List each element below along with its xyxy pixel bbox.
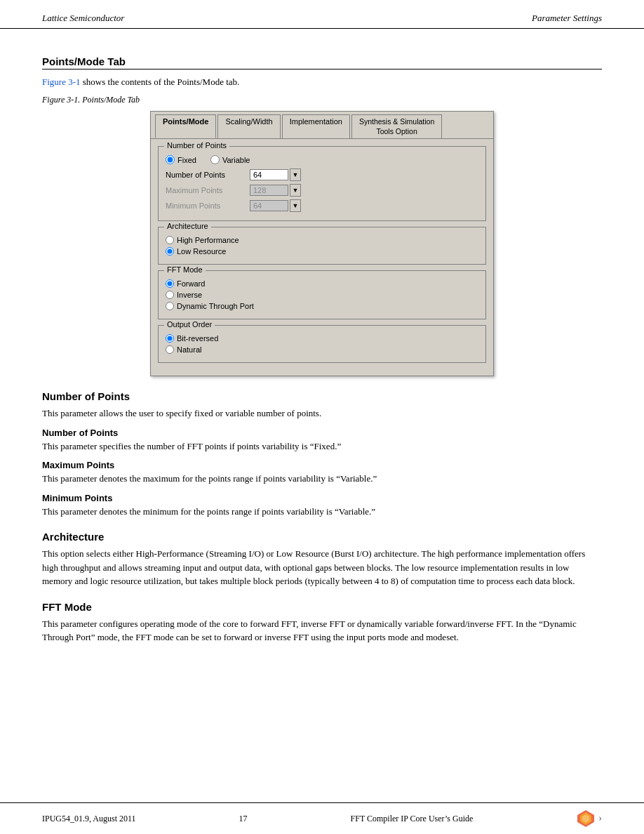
low-resource-label: Low Resource xyxy=(177,247,226,256)
dynamic-radio[interactable] xyxy=(166,302,174,310)
fixed-radio-item[interactable]: Fixed xyxy=(166,155,196,164)
sub-text-min-points: This parameter denotes the minimum for t… xyxy=(42,505,602,519)
inverse-row[interactable]: Inverse xyxy=(166,291,478,299)
forward-radio[interactable] xyxy=(166,279,174,288)
bit-reversed-radio[interactable] xyxy=(166,334,174,343)
natural-row[interactable]: Natural xyxy=(166,345,478,354)
bit-reversed-label: Bit-reversed xyxy=(177,334,218,343)
max-points-value: 128 xyxy=(250,185,288,196)
num-points-value[interactable]: 64 xyxy=(250,169,288,180)
group-number-of-points: Number of Points Fixed Variable xyxy=(158,146,486,221)
min-points-field-label: Minimum Points xyxy=(166,201,250,210)
group-fft-mode: FFT Mode Forward Inverse Dynamic Thro xyxy=(158,270,486,319)
header-right: Parameter Settings xyxy=(532,13,602,24)
group-output-order: Output Order Bit-reversed Natural xyxy=(158,325,486,363)
dynamic-label: Dynamic Through Port xyxy=(177,302,254,310)
group-legend-architecture: Architecture xyxy=(164,222,211,230)
tab-implementation[interactable]: Implementation xyxy=(282,114,350,138)
section-heading-architecture: Architecture xyxy=(42,531,602,543)
group-architecture: Architecture High Performance Low Resour… xyxy=(158,227,486,265)
footer-center: 17 xyxy=(239,814,248,824)
figure-caption: Figure 3-1. Points/Mode Tab xyxy=(42,95,602,105)
page-header: Lattice Semiconductor Parameter Settings xyxy=(0,0,644,29)
dialog-box: Points/Mode Scaling/Width Implementation… xyxy=(150,111,494,376)
header-left: Lattice Semiconductor xyxy=(42,13,124,24)
sub-heading-max-points: Maximum Points xyxy=(42,460,602,470)
min-points-arrow: ▼ xyxy=(290,199,301,212)
sub-text-max-points: This parameter denotes the maximum for t… xyxy=(42,472,602,486)
group-content-number-of-points: Fixed Variable Number of Points 64 xyxy=(166,155,478,212)
group-legend-output-order: Output Order xyxy=(164,320,215,329)
natural-radio[interactable] xyxy=(166,345,174,354)
group-legend-number-of-points: Number of Points xyxy=(164,141,229,150)
sub-heading-min-points: Minimum Points xyxy=(42,493,602,503)
group-content-fft-mode: Forward Inverse Dynamic Through Port xyxy=(166,279,478,310)
tab-scaling-width[interactable]: Scaling/Width xyxy=(217,114,280,138)
variable-radio-item[interactable]: Variable xyxy=(210,155,250,164)
fixed-label: Fixed xyxy=(177,156,196,164)
forward-row[interactable]: Forward xyxy=(166,279,478,288)
dialog-container: Points/Mode Scaling/Width Implementation… xyxy=(42,111,602,376)
bit-reversed-row[interactable]: Bit-reversed xyxy=(166,334,478,343)
low-resource-row[interactable]: Low Resource xyxy=(166,247,478,256)
figure-ref: Figure 3-1 shows the contents of the Poi… xyxy=(42,77,602,88)
max-points-field-row: Maximum Points 128 ▼ xyxy=(166,184,478,197)
fft-mode-text: This parameter configures operating mode… xyxy=(42,617,602,644)
architecture-text: This option selects either High-Performa… xyxy=(42,547,602,588)
section-heading-fft-mode: FFT Mode xyxy=(42,601,602,613)
section-heading-num-points: Number of Points xyxy=(42,390,602,402)
fixed-radio[interactable] xyxy=(166,155,175,164)
high-perf-row[interactable]: High Performance xyxy=(166,236,478,244)
tab-content: Number of Points Fixed Variable xyxy=(151,138,493,376)
footer-right: FFT Compiler IP Core User’s Guide xyxy=(351,814,474,824)
max-points-select: 128 ▼ xyxy=(250,184,301,197)
footer-logo-area: › xyxy=(576,809,602,828)
min-points-value: 64 xyxy=(250,200,288,211)
low-resource-radio[interactable] xyxy=(166,247,174,256)
footer-left: IPUG54_01.9, August 2011 xyxy=(42,814,136,824)
main-content: Points/Mode Tab Figure 3-1 shows the con… xyxy=(0,29,644,664)
high-perf-label: High Performance xyxy=(177,236,239,244)
num-points-field-label: Number of Points xyxy=(166,171,250,179)
natural-label: Natural xyxy=(177,345,201,354)
min-points-field-row: Minimum Points 64 ▼ xyxy=(166,199,478,212)
section-heading-points-mode: Points/Mode Tab xyxy=(42,55,602,70)
page-footer: IPUG54_01.9, August 2011 17 FFT Compiler… xyxy=(0,802,644,834)
max-points-arrow: ▼ xyxy=(290,184,301,197)
sub-heading-num-points: Number of Points xyxy=(42,428,602,438)
num-points-intro: This parameter allows the user to specif… xyxy=(42,406,602,421)
high-perf-radio[interactable] xyxy=(166,236,174,244)
num-points-field-row: Number of Points 64 ▼ xyxy=(166,168,478,181)
group-legend-fft-mode: FFT Mode xyxy=(164,265,206,274)
figure-ref-text: shows the contents of the Points/Mode ta… xyxy=(83,77,240,87)
figure-3-1-link[interactable]: Figure 3-1 xyxy=(42,77,81,87)
footer-nav-arrow[interactable]: › xyxy=(598,813,602,824)
inverse-radio[interactable] xyxy=(166,291,174,299)
inverse-label: Inverse xyxy=(177,291,202,299)
tabs-row: Points/Mode Scaling/Width Implementation… xyxy=(151,112,493,138)
dynamic-row[interactable]: Dynamic Through Port xyxy=(166,302,478,310)
min-points-select: 64 ▼ xyxy=(250,199,301,212)
lattice-logo-icon xyxy=(576,809,596,828)
tab-points-mode[interactable]: Points/Mode xyxy=(155,114,216,138)
sub-text-num-points: This parameter specifies the number of F… xyxy=(42,439,602,454)
variable-label: Variable xyxy=(222,156,250,164)
tab-synthesis-simulation[interactable]: Synthesis & SimulationTools Option xyxy=(351,114,442,138)
num-points-select[interactable]: 64 ▼ xyxy=(250,168,301,181)
max-points-field-label: Maximum Points xyxy=(166,186,250,194)
group-content-output-order: Bit-reversed Natural xyxy=(166,334,478,354)
forward-label: Forward xyxy=(177,279,205,288)
fixed-variable-row: Fixed Variable xyxy=(166,155,478,164)
num-points-arrow[interactable]: ▼ xyxy=(290,168,301,181)
group-content-architecture: High Performance Low Resource xyxy=(166,236,478,256)
variable-radio[interactable] xyxy=(210,155,220,164)
